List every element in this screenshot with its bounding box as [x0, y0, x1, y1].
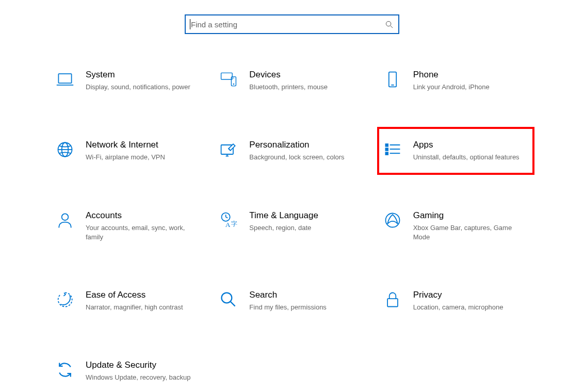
devices-icon: [219, 70, 238, 89]
tile-title: Privacy: [413, 289, 528, 301]
laptop-icon: [56, 70, 74, 89]
tile-system[interactable]: System Display, sound, notifications, po…: [52, 65, 205, 96]
tile-desc: Find my files, permissions: [249, 303, 364, 312]
tile-title: Personalization: [249, 139, 364, 151]
tile-gaming[interactable]: Gaming Xbox Game Bar, captures, Game Mod…: [379, 206, 532, 246]
text-cursor: [190, 19, 190, 29]
tile-desc: Wi-Fi, airplane mode, VPN: [86, 153, 201, 162]
globe-icon: [56, 140, 74, 159]
tile-privacy[interactable]: Privacy Location, camera, microphone: [379, 285, 532, 316]
search-container: [0, 0, 584, 65]
svg-rect-4: [221, 73, 233, 79]
svg-point-32: [385, 213, 399, 227]
tile-desc: Your accounts, email, sync, work, family: [86, 223, 201, 242]
tile-title: Ease of Access: [86, 289, 201, 301]
tile-desc: Xbox Game Bar, captures, Game Mode: [413, 223, 528, 242]
svg-rect-2: [58, 74, 71, 83]
tile-search[interactable]: Search Find my files, permissions: [215, 285, 368, 316]
tile-desc: Speech, region, date: [249, 223, 364, 233]
svg-point-26: [62, 214, 69, 220]
tile-title: Gaming: [413, 210, 528, 221]
tile-desc: Background, lock screen, colors: [249, 153, 364, 162]
tile-devices[interactable]: Devices Bluetooth, printers, mouse: [215, 65, 368, 96]
svg-rect-20: [385, 144, 388, 146]
tile-personalization[interactable]: Personalization Background, lock screen,…: [215, 135, 368, 166]
svg-text:A: A: [225, 220, 231, 228]
tile-desc: Windows Update, recovery, backup: [86, 373, 201, 382]
tile-title: Search: [249, 289, 364, 301]
lock-icon: [383, 290, 402, 309]
phone-icon: [383, 70, 402, 89]
svg-rect-21: [385, 149, 388, 151]
search-input[interactable]: [191, 20, 385, 29]
tile-desc: Display, sound, notifications, power: [86, 83, 201, 92]
tile-title: Time & Language: [249, 210, 364, 221]
person-icon: [56, 211, 74, 230]
svg-point-0: [386, 21, 391, 26]
apps-icon: [383, 140, 402, 159]
tile-title: Update & Security: [86, 360, 201, 371]
tile-desc: Location, camera, microphone: [413, 303, 528, 312]
search-icon: [219, 290, 238, 309]
tile-ease-of-access[interactable]: Ease of Access Narrator, magnifier, high…: [52, 285, 205, 316]
svg-rect-22: [385, 153, 388, 155]
tile-desc: Narrator, magnifier, high contrast: [86, 303, 201, 312]
svg-line-34: [231, 302, 235, 306]
search-icon[interactable]: [385, 21, 393, 28]
time-language-icon: A字: [219, 211, 238, 230]
tile-apps[interactable]: Apps Uninstall, defaults, optional featu…: [377, 127, 534, 174]
tile-title: Accounts: [86, 210, 201, 221]
tile-desc: Bluetooth, printers, mouse: [249, 83, 364, 92]
tile-accounts[interactable]: Accounts Your accounts, email, sync, wor…: [52, 206, 205, 246]
update-icon: [56, 361, 74, 379]
tile-time-language[interactable]: A字 Time & Language Speech, region, date: [215, 206, 368, 246]
tile-title: Phone: [413, 69, 528, 80]
tile-title: Apps: [413, 139, 528, 151]
tile-desc: Uninstall, defaults, optional features: [413, 153, 528, 162]
svg-point-9: [233, 84, 235, 85]
svg-point-33: [222, 293, 232, 303]
tile-phone[interactable]: Phone Link your Android, iPhone: [379, 65, 532, 96]
tile-desc: Link your Android, iPhone: [413, 83, 528, 92]
svg-text:字: 字: [231, 220, 237, 227]
ease-of-access-icon: [56, 290, 74, 309]
search-box[interactable]: [185, 14, 399, 34]
tile-network[interactable]: Network & Internet Wi-Fi, airplane mode,…: [52, 135, 205, 166]
tile-title: Network & Internet: [86, 139, 201, 151]
settings-grid: System Display, sound, notifications, po…: [0, 65, 584, 387]
tile-title: Devices: [249, 69, 364, 80]
personalization-icon: [219, 140, 238, 159]
svg-line-29: [226, 217, 228, 218]
gaming-icon: [383, 211, 402, 230]
tile-update-security[interactable]: Update & Security Windows Update, recove…: [52, 355, 205, 386]
svg-line-1: [391, 25, 393, 27]
svg-rect-35: [387, 299, 398, 306]
tile-title: System: [86, 69, 201, 80]
